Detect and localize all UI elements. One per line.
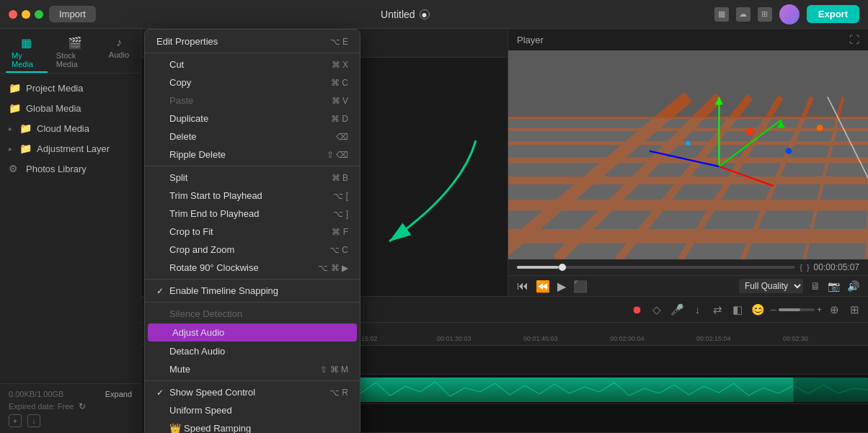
play-button[interactable]: ▶ (557, 280, 566, 293)
cm-shortcut-ts: ⌥ [ (333, 191, 348, 201)
import-file-icon[interactable]: ↓ (27, 414, 40, 427)
cm-enable-snapping[interactable]: ✓ Enable Timeline Snapping (145, 282, 360, 300)
ruler-mark-4: 00:02:00:04 (610, 335, 645, 342)
sidebar-item-global-media[interactable]: 📁 Global Media (0, 98, 141, 118)
cm-label-split: Split (169, 172, 187, 183)
folder-icon: 📁 (19, 143, 31, 154)
skip-back-button[interactable]: ⏮ (517, 280, 528, 293)
cm-uniform-speed[interactable]: Uniform Speed (145, 401, 360, 419)
quality-select[interactable]: Full Quality 1/2 Quality 1/4 Quality (739, 279, 803, 293)
cm-sep5 (145, 380, 360, 381)
sidebar-item-project-media[interactable]: 📁 Project Media (0, 78, 141, 98)
svg-rect-15 (508, 117, 868, 259)
sidebar-item-label: Project Media (26, 83, 83, 94)
sidebar-item-cloud-media[interactable]: ▸ 📁 Cloud Media (0, 118, 141, 138)
cm-label-detach-audio: Detach Audio (169, 346, 225, 357)
cm-delete[interactable]: Delete ⌫ (145, 128, 360, 146)
cm-adjust-audio[interactable]: Adjust Audio (148, 323, 357, 342)
cm-cut[interactable]: Cut ⌘ X (145, 55, 360, 73)
tab-audio[interactable]: ♪ Audio (103, 33, 135, 73)
effects-icon[interactable]: ◧ (730, 303, 745, 316)
cm-duplicate[interactable]: Duplicate ⌘ D (145, 110, 360, 128)
cm-crop-zoom[interactable]: Crop and Zoom ⌥ C (145, 241, 360, 259)
import-icon[interactable]: ↓ (689, 303, 705, 316)
player-expand-icon[interactable]: ⛶ (849, 34, 859, 45)
expand-button[interactable]: Expand (105, 390, 132, 398)
layout-icon[interactable]: ⊞ (846, 303, 862, 316)
mic-icon[interactable]: 🎤 (669, 303, 685, 316)
marker-icon[interactable]: ◇ (649, 303, 665, 316)
stop-button[interactable]: ⬛ (573, 280, 588, 293)
sidebar-footer-icons: + ↓ (9, 414, 132, 427)
scrubber-knob[interactable] (559, 264, 566, 271)
cm-label-cut: Cut (169, 59, 184, 70)
record-icon[interactable]: ⏺ (629, 303, 645, 316)
minimize-button[interactable] (22, 10, 30, 19)
close-button[interactable] (9, 10, 17, 19)
cm-label-paste: Paste (169, 95, 193, 106)
cm-show-speed[interactable]: ✓ Show Speed Control ⌥ R (145, 383, 360, 401)
maximize-button[interactable] (35, 10, 43, 19)
brace-right: } (807, 263, 810, 272)
svg-rect-27 (271, 378, 868, 402)
cm-ripple-delete[interactable]: Ripple Delete ⇧ ⌫ (145, 146, 360, 164)
cm-label-adjust-audio: Adjust Audio (172, 327, 224, 338)
svg-rect-28 (794, 378, 869, 402)
top-bar: Import Untitled ● ▦ ☁ ⊞ Export (0, 0, 868, 29)
cm-rotate[interactable]: Rotate 90° Clockwise ⌥ ⌘ ▶ (145, 259, 360, 277)
frame-back-button[interactable]: ⏪ (536, 280, 550, 293)
folder-icon: 📁 (9, 82, 20, 94)
cm-sep3 (145, 279, 360, 280)
cm-shortcut-del: ⌫ (336, 132, 348, 142)
cm-split[interactable]: Split ⌘ B (145, 169, 360, 187)
cm-sep4 (145, 302, 360, 303)
add-timeline-icon[interactable]: ⊕ (826, 303, 842, 316)
cm-title: Edit Properties ⌥ E (145, 32, 360, 50)
export-button[interactable]: Export (807, 5, 859, 23)
cm-detach-audio[interactable]: Detach Audio (145, 342, 360, 360)
audio-clip-a1[interactable]: Living Pulse... (271, 378, 868, 402)
emoji-icon[interactable]: 😊 (750, 303, 766, 316)
import-button[interactable]: Import (49, 6, 96, 22)
add-folder-icon[interactable]: + (9, 414, 22, 427)
sidebar-item-adjustment-layer[interactable]: ▸ 📁 Adjustment Layer (0, 138, 141, 159)
monitor-icon[interactable]: ▦ (714, 7, 729, 22)
cm-trim-end[interactable]: Trim End to Playhead ⌥ ] (145, 205, 360, 223)
cm-shortcut-dup: ⌘ D (331, 114, 348, 124)
traffic-lights (9, 10, 43, 19)
grid-icon[interactable]: ⊞ (758, 7, 772, 22)
cm-speed-ramping[interactable]: 👑 Speed Ramping (145, 419, 360, 433)
svg-point-24 (686, 141, 690, 146)
screenshot-icon[interactable]: 📷 (828, 280, 840, 292)
cm-paste: Paste ⌘ V (145, 91, 360, 110)
cm-shortcut-edit: ⌥ E (330, 37, 348, 47)
cm-shortcut-copy: ⌘ C (331, 78, 348, 88)
transition-icon[interactable]: ⇄ (709, 303, 725, 316)
monitor-icon[interactable]: 🖥 (810, 280, 820, 292)
cm-mute[interactable]: Mute ⇧ ⌘ M (145, 360, 360, 378)
player-scrubber[interactable] (517, 266, 795, 269)
cm-label-copy: Copy (169, 77, 191, 88)
user-avatar[interactable] (779, 4, 800, 24)
sidebar-tabs: ▦ My Media 🎬 Stock Media ♪ Audio (0, 29, 141, 73)
ruler-mark-5: 00:02:15:04 (696, 335, 731, 342)
timeline-right-controls: ⏺ ◇ 🎤 ↓ ⇄ ◧ 😊 ─ + (629, 303, 862, 316)
cm-copy[interactable]: Copy ⌘ C (145, 73, 360, 91)
cloud-icon[interactable]: ☁ (736, 7, 750, 22)
zoom-slider[interactable] (779, 308, 815, 311)
volume-icon[interactable]: 🔊 (847, 280, 859, 292)
cm-label-crop-zoom: Crop and Zoom (169, 244, 234, 255)
cm-shortcut-cf: ⌘ F (332, 227, 348, 237)
cm-label-delete: Delete (169, 131, 197, 142)
sidebar-item-photos-library[interactable]: ⚙ Photos Library (0, 159, 141, 179)
cm-crop-fit[interactable]: Crop to Fit ⌘ F (145, 223, 360, 241)
tab-my-media[interactable]: ▦ My Media (6, 33, 48, 73)
cm-trim-start[interactable]: Trim Start to Playhead ⌥ [ (145, 187, 360, 205)
cm-label-ripple-delete: Ripple Delete (169, 149, 226, 160)
refresh-icon[interactable]: ↻ (79, 401, 86, 411)
tab-stock-media-label: Stock Media (56, 51, 94, 68)
player-video (508, 50, 868, 259)
cm-label-snapping: Enable Timeline Snapping (169, 285, 278, 296)
cm-sep (145, 53, 360, 53)
tab-stock-media[interactable]: 🎬 Stock Media (50, 33, 100, 73)
